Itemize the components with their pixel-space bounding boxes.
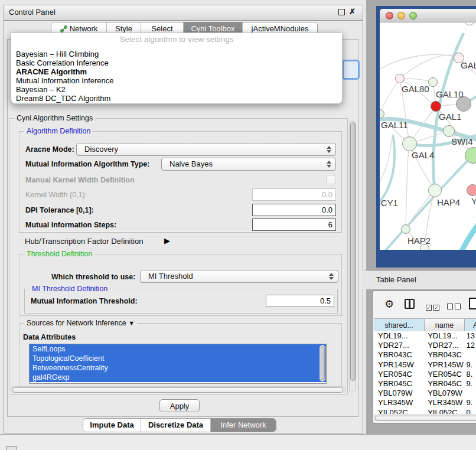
algorithm-dropdown-list: Select algorithm to view settings Bayesi… [11,32,343,104]
tab-infer-network[interactable]: Infer Network [211,419,276,432]
hub-definition-label[interactable]: Hub/Transcription Factor Definition [25,237,143,246]
manual-kernel-checkbox[interactable] [326,175,335,184]
list-item[interactable]: BetweennessCentrality [30,363,326,373]
minimize-traffic-light[interactable] [397,12,405,19]
table-row[interactable]: YBR045CYBR045C9. [374,379,476,389]
aracne-mode-combo[interactable]: Discovery [76,143,336,156]
network-node-gal1-selected[interactable] [431,101,441,112]
float-window-icon[interactable] [338,9,345,15]
dropdown-item-selected[interactable]: ARACNE Algorithm [11,67,342,76]
dropdown-item[interactable]: Bayesian – K2 [11,85,342,94]
collapse-arrow-icon[interactable]: ▼ [128,319,135,327]
dpi-tolerance-field[interactable]: 0.0 [252,204,336,216]
network-node-gal80[interactable] [395,74,405,83]
tab-select-label: Select [151,24,172,33]
table-body: YDL19...YDL19...13 YDR27...YDR27...12 YB… [374,331,476,414]
mi-threshold-field[interactable]: 0.5 [266,295,334,307]
apply-button[interactable]: Apply [159,399,200,412]
table-row[interactable]: YER054CYER054C8. [374,370,476,379]
partial-corner-button[interactable] [6,446,17,450]
mi-type-combo[interactable]: Naive Bayes [161,158,336,171]
table-panel-title: Table Panel [376,275,416,284]
which-threshold-label: Which threshold to use: [51,273,135,281]
network-icon [60,25,68,32]
mi-steps-field[interactable]: 6 [252,219,336,231]
stepper-icon [326,145,331,154]
tab-impute-data-label: Impute Data [90,420,133,429]
mi-type-label: Mutual Information Algorithm Type: [25,160,149,168]
column-header-shared-name[interactable]: shared... [374,319,425,332]
settings-horizontal-scrollbar[interactable] [11,386,346,393]
table-row[interactable]: YBR043CYBR043C [374,350,476,360]
node-label: GAL [461,60,476,70]
network-node-swi4[interactable] [443,125,455,137]
list-item[interactable]: TopologicalCoefficient [30,354,326,363]
which-threshold-combo[interactable]: MI Threshold [140,270,338,283]
close-icon[interactable]: ✗ [349,7,356,16]
tab-cyni-toolbox-label: Cyni Toolbox [191,24,234,33]
table-panel-bar: Table Panel [363,270,476,289]
kernel-width-field[interactable]: 0.0 [252,188,336,201]
table-header-row: shared... name A [374,318,476,331]
table-row[interactable]: YLR345WYLR345W9. [374,398,476,407]
bottom-tab-bar: Impute Data Discretize Data Infer Networ… [83,418,276,432]
network-view-window: GAL GAL80 GAL10 GAL1 GAL11 SWI4 GAL4 GCY… [376,6,476,268]
tab-jactivemnodules-label: jActiveMNodules [252,24,309,33]
network-node-salmon[interactable] [467,184,476,196]
network-node-gal4[interactable] [402,136,417,151]
clear-checks-icon[interactable] [447,301,462,312]
node-label: SWI4 [451,136,473,146]
document-icon[interactable] [469,298,476,309]
tab-discretize-data[interactable]: Discretize Data [141,419,211,432]
dropdown-item[interactable]: Mutual Information Inference [11,76,342,85]
network-node-gal10[interactable] [428,77,438,87]
close-traffic-light[interactable] [386,12,393,19]
node-label: HAP2 [407,236,431,246]
mi-steps-label: Mutual Information Steps: [25,221,116,229]
node-label: GAL1 [439,112,461,122]
table-horizontal-scrollbar[interactable] [374,415,476,421]
expand-arrow-icon[interactable]: ▶ [164,236,170,245]
cyni-algorithm-settings-group: Cyni Algorithm Settings Algorithm Defini… [9,118,348,394]
manual-kernel-label: Manual Kernel Width Definition [25,176,135,184]
checked-box-icon: ✓ [433,305,439,311]
sources-title-text: Sources for Network Inference [27,319,126,327]
select-all-checks-icon[interactable]: ✓✓ [426,301,441,312]
algorithm-definition-title: Algorithm Definition [24,127,93,135]
table-row[interactable]: YIL052CYIL052C0. [374,408,476,415]
table-row[interactable]: YDR27...YDR27...12 [374,341,476,350]
settings-gear-icon[interactable]: ⚙ [384,299,394,309]
dropdown-item[interactable]: Dream8 DC_TDC Algorithm [11,94,342,103]
list-scrollbar[interactable] [319,345,325,381]
list-item[interactable]: SelfLoops [30,344,326,354]
settings-vertical-scrollbar[interactable] [349,120,356,392]
node-label: GAL10 [436,89,464,99]
dropdown-item[interactable]: Bayesian – Hill Climbing [11,50,342,58]
zoom-traffic-light[interactable] [409,12,417,19]
checked-box-icon: ✓ [426,305,432,311]
tab-impute-data[interactable]: Impute Data [83,419,141,432]
table-row[interactable]: YPR145WYPR145W9. [374,360,476,370]
dropdown-item[interactable]: Basic Correlation Inference [11,58,342,67]
mi-threshold-group-title: MI Threshold Definition [30,285,110,293]
split-columns-icon[interactable] [405,299,415,309]
dropdown-placeholder: Select algorithm to view settings [11,35,342,44]
column-header-partial[interactable]: A [465,319,476,332]
control-panel-title: Control Panel [9,8,56,17]
stepper-icon [326,160,331,168]
table-row[interactable]: YDL19...YDL19...13 [374,331,476,341]
control-panel-titlebar: Control Panel ✗ [4,5,363,21]
mi-threshold-label: Mutual Information Threshold: [31,297,138,305]
list-item[interactable]: gal4RGexp [30,373,326,382]
cyni-settings-group-title: Cyni Algorithm Settings [14,114,95,122]
node-label: GAL4 [412,150,434,160]
network-node-hap4[interactable] [428,184,442,197]
data-attributes-label: Data Attributes [23,333,76,341]
network-canvas[interactable]: GAL GAL80 GAL10 GAL1 GAL11 SWI4 GAL4 GCY… [380,22,476,250]
column-header-name[interactable]: name [425,319,465,332]
sources-group-title: Sources for Network Inference ▼ [24,319,137,327]
table-panel-window: ⚙ ✓✓ shared... name A YDL19...YDL19...13… [372,291,476,423]
network-node-hap2[interactable] [401,224,410,234]
kernel-width-label: Kernel Width (0,1): [25,191,87,199]
table-row[interactable]: YBL079WYBL079W [374,389,476,398]
